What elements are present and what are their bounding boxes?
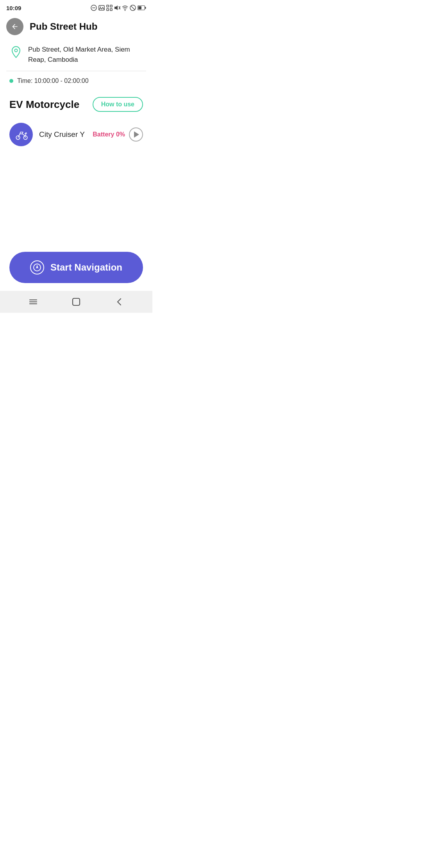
ev-section: EV Motorcycle How to use	[0, 91, 152, 118]
bottom-nav-bar	[0, 291, 152, 313]
how-to-use-label: How to use	[101, 101, 134, 108]
location-pin-icon	[9, 45, 23, 60]
back-button[interactable]	[6, 18, 23, 35]
navigation-icon	[30, 260, 44, 274]
start-navigation-button[interactable]: Start Navigation	[9, 252, 143, 283]
back-arrow-icon	[11, 23, 19, 30]
time-indicator-dot	[9, 79, 13, 83]
svg-rect-4	[107, 5, 109, 7]
svg-point-17	[15, 49, 18, 52]
scan-icon	[106, 5, 113, 11]
content-spacer	[0, 151, 152, 246]
svg-rect-6	[107, 9, 109, 11]
play-icon	[134, 131, 139, 138]
back-chevron-icon	[114, 296, 125, 307]
play-button[interactable]	[129, 127, 143, 142]
image-icon	[98, 5, 105, 11]
time-section: Time: 10:00:00 - 02:00:00	[0, 71, 152, 91]
svg-rect-15	[145, 7, 146, 9]
battery-label: Battery 0%	[93, 131, 125, 138]
dnd-icon	[91, 5, 97, 11]
battery-icon	[138, 5, 146, 10]
svg-point-3	[100, 7, 101, 7]
status-time: 10:09	[6, 5, 21, 11]
svg-line-13	[131, 6, 135, 10]
start-nav-label: Start Navigation	[50, 262, 122, 273]
vehicle-row: City Cruiser Y Battery 0%	[0, 118, 152, 151]
vehicle-icon-circle	[9, 123, 33, 146]
mute-icon	[114, 5, 120, 11]
ev-title: EV Motorcycle	[9, 99, 79, 111]
bottom-nav-back[interactable]	[109, 294, 129, 310]
bottom-nav-home[interactable]	[66, 294, 86, 310]
compass-icon	[33, 263, 41, 272]
status-icons	[91, 5, 146, 11]
svg-rect-5	[110, 5, 112, 7]
page-title: Pub Street Hub	[30, 21, 97, 32]
time-label: Time: 10:00:00 - 02:00:00	[17, 77, 89, 84]
svg-point-11	[125, 10, 126, 11]
svg-rect-2	[99, 5, 104, 10]
svg-rect-7	[110, 9, 112, 11]
svg-rect-25	[73, 298, 80, 305]
svg-marker-8	[114, 5, 118, 10]
how-to-use-button[interactable]: How to use	[93, 97, 143, 112]
home-square-icon	[71, 296, 82, 307]
status-bar: 10:09	[0, 0, 152, 14]
vehicle-right: Battery 0%	[93, 127, 143, 142]
no-signal-icon	[130, 5, 136, 11]
scooter-icon	[14, 127, 29, 142]
location-section: Pub Street, Old Market Area, Siem Reap, …	[0, 41, 152, 71]
location-address: Pub Street, Old Market Area, Siem Reap, …	[28, 45, 143, 65]
wifi-icon	[122, 5, 128, 11]
menu-icon	[28, 296, 39, 307]
svg-marker-21	[36, 265, 38, 269]
header: Pub Street Hub	[0, 14, 152, 41]
bottom-nav-menu[interactable]	[23, 294, 43, 310]
vehicle-name: City Cruiser Y	[39, 130, 86, 139]
svg-rect-16	[138, 6, 141, 9]
